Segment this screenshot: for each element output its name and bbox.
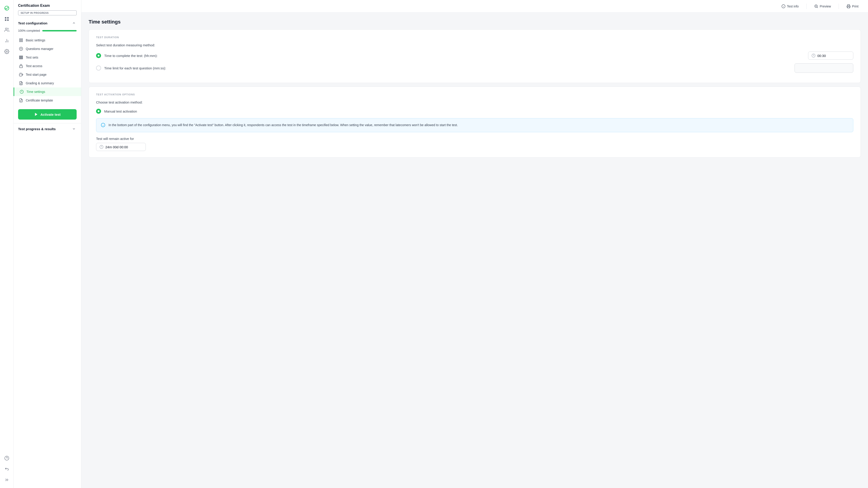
analytics-icon[interactable] — [2, 36, 11, 45]
svg-rect-19 — [20, 66, 23, 68]
nav-item-time-settings[interactable]: Time settings — [13, 88, 81, 96]
svg-rect-4 — [7, 20, 8, 21]
nav-item-label: Certificate template — [26, 98, 53, 102]
test-config-section-header[interactable]: Test configuration — [13, 18, 81, 28]
nav-item-certificate-template[interactable]: Certificate template — [13, 96, 81, 105]
nav-item-label: Basic settings — [26, 38, 45, 42]
nav-item-test-access[interactable]: Test access — [13, 62, 81, 70]
nav-item-label: Test access — [26, 64, 42, 68]
activate-test-label: Activate test — [40, 113, 61, 116]
duration-option2-row: Time limit for each test question (mm:ss… — [96, 63, 853, 73]
basic-settings-icon — [19, 38, 23, 42]
test-duration-label: TEST DURATION — [96, 36, 853, 39]
content-area: Time settings TEST DURATION Select test … — [81, 13, 868, 167]
activate-test-button[interactable]: Activate test — [18, 109, 76, 120]
preview-button[interactable]: Preview — [812, 3, 833, 10]
grading-icon — [19, 81, 23, 85]
activation-select-label: Choose test activation method: — [96, 100, 853, 104]
nav-item-basic-settings[interactable]: Basic settings — [13, 36, 81, 44]
progress-bar-fill — [42, 30, 76, 31]
svg-rect-18 — [20, 58, 23, 59]
sidebar: Certification Exam SETUP IN PROGRESS Tes… — [13, 0, 81, 488]
activation-option1-row: Manual test activation — [96, 109, 853, 114]
print-button[interactable]: Print — [844, 3, 861, 10]
page-title-sidebar: Certification Exam — [13, 0, 81, 8]
svg-rect-15 — [22, 41, 23, 42]
nav-item-questions-manager[interactable]: Questions manager — [13, 44, 81, 53]
test-start-page-icon — [19, 72, 23, 77]
test-access-icon — [19, 64, 23, 68]
apps-icon[interactable] — [2, 14, 11, 24]
test-info-label: Test info — [787, 4, 799, 8]
expand-icon[interactable] — [2, 475, 11, 484]
info-box-text: In the bottom part of the configuration … — [108, 123, 458, 128]
settings-icon[interactable] — [2, 47, 11, 56]
duration-option2-label: Time limit for each test question (mm:ss… — [104, 66, 792, 70]
logo-icon[interactable] — [2, 4, 11, 13]
remain-active-value: 24m 00d 00:00 — [105, 145, 128, 149]
svg-rect-17 — [20, 57, 23, 58]
help-icon[interactable] — [2, 454, 11, 463]
main-content: Test info Preview Print Time settings TE… — [81, 0, 868, 488]
duration-option1-label: Time to complete the test: (hh:mm): — [104, 54, 805, 58]
svg-point-5 — [5, 28, 7, 30]
svg-rect-16 — [20, 56, 23, 57]
icon-bar — [0, 0, 13, 488]
activation-info-box: In the bottom part of the configuration … — [96, 118, 853, 132]
test-progress-chevron-icon — [71, 126, 76, 131]
progress-label: 100% completed — [18, 29, 40, 32]
nav-item-label: Test start page — [26, 73, 46, 77]
nav-item-label: Test sets — [26, 56, 38, 59]
svg-point-9 — [6, 51, 7, 52]
info-icon — [781, 4, 785, 8]
nav-item-test-start-page[interactable]: Test start page — [13, 70, 81, 79]
duration-option1-radio[interactable] — [96, 53, 101, 58]
test-config-chevron-icon — [71, 20, 76, 26]
nav-items: Basic settings Questions manager Test se… — [13, 35, 81, 105]
nav-item-grading-summary[interactable]: Grading & summary — [13, 79, 81, 88]
svg-rect-31 — [848, 6, 850, 8]
nav-item-test-sets[interactable]: Test sets — [13, 53, 81, 62]
duration-select-label: Select test duration measuring method: — [96, 43, 853, 47]
preview-label: Preview — [819, 4, 831, 8]
svg-point-10 — [4, 456, 8, 460]
questions-manager-icon — [19, 47, 23, 51]
play-icon — [34, 112, 38, 116]
test-progress-title: Test progress & results — [18, 127, 56, 131]
test-info-button[interactable]: Test info — [779, 3, 801, 10]
users-icon[interactable] — [2, 25, 11, 34]
time-settings-icon — [20, 90, 24, 94]
print-icon — [846, 4, 850, 8]
duration-time-field[interactable] — [817, 54, 850, 58]
nav-item-label: Questions manager — [26, 47, 53, 51]
progress-bar-bg — [42, 30, 76, 31]
svg-rect-2 — [7, 17, 8, 19]
remain-active-input[interactable]: 24m 00d 00:00 — [96, 143, 146, 151]
nav-item-label: Time settings — [26, 90, 45, 94]
test-sets-icon — [19, 55, 23, 59]
duration-option1-row: Time to complete the test: (hh:mm): — [96, 52, 853, 60]
clock-icon — [811, 54, 815, 58]
page-title: Time settings — [89, 19, 861, 25]
test-activation-card: TEST ACTIVATION OPTIONS Choose test acti… — [89, 87, 861, 157]
remain-active-label: Test will remain active for — [96, 137, 853, 141]
status-badge: SETUP IN PROGRESS — [18, 10, 76, 16]
preview-icon — [814, 4, 818, 8]
duration-option2-radio[interactable] — [96, 65, 101, 70]
activation-option1-radio[interactable] — [96, 109, 101, 114]
svg-rect-1 — [5, 17, 6, 19]
test-progress-section-header[interactable]: Test progress & results — [13, 123, 81, 134]
print-label: Print — [852, 4, 859, 8]
clock-icon2 — [99, 145, 103, 149]
svg-rect-12 — [20, 39, 21, 40]
certificate-icon — [19, 98, 23, 102]
duration-question-input[interactable] — [795, 63, 853, 73]
progress-row: 100% completed — [13, 28, 81, 35]
info-box-icon — [101, 123, 105, 128]
test-config-title: Test configuration — [18, 21, 48, 25]
manual-activation-label: Manual test activation — [104, 110, 853, 113]
back-icon[interactable] — [2, 464, 11, 474]
test-duration-card: TEST DURATION Select test duration measu… — [89, 29, 861, 83]
duration-time-input[interactable] — [808, 52, 853, 60]
divider1 — [806, 4, 807, 9]
